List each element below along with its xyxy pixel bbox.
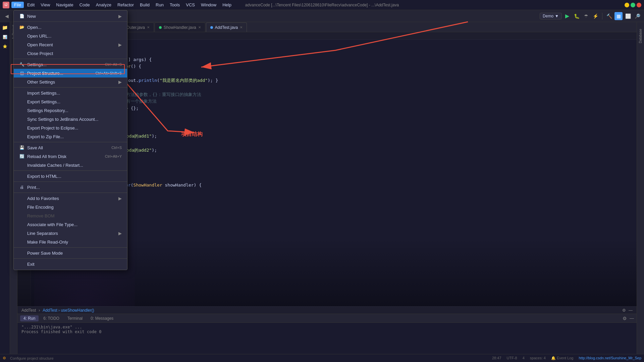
build-button[interactable]: 🔨: [605, 12, 613, 20]
menu-item-import-settings[interactable]: Import Settings...: [14, 89, 127, 97]
menu-item-new[interactable]: 📄 New ▶: [14, 12, 127, 20]
menu-navigate[interactable]: Navigate: [53, 2, 76, 8]
menu-vcs[interactable]: VCS: [183, 2, 198, 8]
clock-icon: [19, 42, 24, 47]
menu-item-power-save[interactable]: Power Save Mode: [14, 249, 127, 257]
nav-method: AddTest › useShowHandler(): [43, 308, 94, 313]
menu-refactor[interactable]: Refactor: [115, 2, 137, 8]
import-icon: [19, 90, 24, 96]
menu-item-associate-file-type[interactable]: Associate with File Type...: [14, 220, 127, 229]
search-everywhere-button[interactable]: 🔎: [633, 12, 641, 20]
left-sidebar: 📁 📊 ⭐: [0, 22, 10, 354]
tab-showhandler[interactable]: ShowHandler.java ✕: [155, 22, 205, 32]
menu-item-export-html[interactable]: Export to HTML...: [14, 172, 127, 180]
tab-close-button[interactable]: ✕: [198, 25, 201, 29]
folder-open-icon: 📂: [19, 24, 24, 30]
sidebar-project-icon[interactable]: 📁: [1, 23, 9, 32]
menu-item-label: Open URL...: [27, 34, 51, 39]
menu-item-export-eclipse[interactable]: Export Project to Eclipse...: [14, 123, 127, 132]
menu-item-settings-repo[interactable]: Settings Repository...: [14, 106, 127, 115]
settings-icon: [19, 79, 24, 85]
toolbar-separator-3: [602, 13, 602, 19]
back-button[interactable]: ◀: [3, 12, 11, 20]
menu-item-close-project[interactable]: Close Project: [14, 49, 127, 58]
menu-item-reload[interactable]: 🔄 Reload All from Disk Ctrl+Alt+Y: [14, 152, 127, 161]
menu-item-open[interactable]: 📂 Open...: [14, 23, 127, 32]
menu-tools[interactable]: Tools: [167, 2, 182, 8]
exit-icon: [19, 261, 24, 267]
bottom-tab-todo[interactable]: 6: TODO: [40, 315, 63, 321]
repo-icon: [19, 108, 24, 113]
menu-item-other-settings[interactable]: Other Settings ▶: [14, 77, 127, 86]
project-structure-icon: ◫: [19, 70, 24, 76]
project-structure-toolbar-button[interactable]: ▦: [614, 12, 623, 20]
debug-button[interactable]: 🐛: [573, 12, 581, 20]
bottom-tab-terminal[interactable]: Terminal: [64, 315, 86, 321]
menu-code[interactable]: Code: [77, 2, 93, 8]
menu-item-label: Remove BOM: [27, 213, 55, 218]
close-button[interactable]: [637, 3, 641, 7]
tab-close-button[interactable]: ✕: [147, 25, 150, 29]
zip-icon: [19, 134, 24, 139]
settings-gear-icon[interactable]: ⚙: [622, 308, 626, 313]
minimize-panel-icon[interactable]: —: [629, 308, 633, 313]
bottom-tab-messages[interactable]: 0: Messages: [87, 315, 117, 321]
terminal-line-1: "...231\bin\java.exe" ...: [21, 325, 633, 329]
status-event-log[interactable]: 🔔 Event Log: [551, 356, 574, 360]
sdk-button[interactable]: ⬜: [624, 12, 632, 20]
status-configure-project[interactable]: Configure project structure: [10, 356, 54, 360]
bottom-tabs-bar: 4: Run 6: TODO Terminal 0: Messages ⚙ —: [17, 314, 637, 323]
profile-button[interactable]: ⚡: [591, 12, 599, 20]
menu-item-project-structure[interactable]: ◫ Project Structure... Ctrl+Alt+Shift+S: [14, 69, 127, 77]
menu-analyze[interactable]: Analyze: [93, 2, 114, 8]
maximize-button[interactable]: [631, 3, 635, 7]
menu-item-print[interactable]: 🖨 Print...: [14, 183, 127, 192]
menu-run[interactable]: Run: [153, 2, 166, 8]
menu-separator: [14, 170, 127, 171]
menu-build[interactable]: Build: [137, 2, 152, 8]
bottom-tab-run[interactable]: 4: Run: [20, 315, 39, 321]
menu-item-save-all[interactable]: 💾 Save All Ctrl+S: [14, 143, 127, 152]
status-encoding[interactable]: UTF-8: [507, 356, 517, 360]
menu-window[interactable]: Window: [198, 2, 219, 8]
run-config-selector[interactable]: Demo ▼: [540, 13, 562, 19]
menu-item-add-favorites[interactable]: Add to Favorites ▶: [14, 194, 127, 203]
sidebar-structure-icon[interactable]: 📊: [1, 33, 9, 41]
menu-item-export-zip[interactable]: Export to Zip File...: [14, 132, 127, 141]
menu-item-open-url[interactable]: Open URL...: [14, 32, 127, 40]
run-button[interactable]: ▶: [563, 12, 571, 20]
menu-separator: [14, 87, 127, 88]
menu-item-invalidate-caches[interactable]: Invalidate Caches / Restart...: [14, 161, 127, 169]
menu-help[interactable]: Help: [220, 2, 234, 8]
wrench-icon: 🔧: [19, 62, 24, 67]
sidebar-favorites-icon[interactable]: ⭐: [1, 42, 9, 50]
minimize-button[interactable]: [625, 3, 629, 7]
tab-addtest[interactable]: AddTest.java ✕: [206, 22, 247, 32]
status-url[interactable]: http://blog.csdn.net/Sunshine_Mr_Sep: [579, 356, 641, 360]
menu-item-settings[interactable]: 🔧 Settings... Ctrl+Alt+S: [14, 60, 127, 69]
menu-item-make-readonly[interactable]: Make File Read-Only: [14, 238, 127, 246]
menu-item-label: Project Structure...: [27, 71, 63, 76]
status-spaces[interactable]: spaces: 4: [530, 356, 546, 360]
right-panel-database-label[interactable]: Database: [639, 29, 642, 43]
status-gear-icon[interactable]: ⚙: [3, 356, 6, 360]
nav-class: AddTest: [21, 308, 36, 313]
bottom-panel-minimize-icon[interactable]: —: [630, 316, 634, 321]
menu-view[interactable]: View: [38, 2, 53, 8]
bottom-panel-settings-icon[interactable]: ⚙: [623, 316, 627, 321]
export-icon: [19, 99, 24, 104]
menu-file[interactable]: File: [11, 2, 24, 8]
tab-close-button[interactable]: ✕: [240, 25, 243, 29]
file-dropdown-menu: 📄 New ▶ 📂 Open... Open URL... Open Recen…: [13, 10, 127, 270]
menu-item-open-recent[interactable]: Open Recent ▶: [14, 40, 127, 49]
menu-item-sync-settings[interactable]: Sync Settings to JetBrains Account...: [14, 115, 127, 123]
menu-separator: [14, 182, 127, 182]
app-logo: IJ: [3, 2, 9, 8]
menu-item-export-settings[interactable]: Export Settings...: [14, 97, 127, 106]
menu-item-label: File Encoding: [27, 205, 54, 210]
menu-item-exit[interactable]: Exit: [14, 260, 127, 268]
menu-edit[interactable]: Edit: [24, 2, 37, 8]
coverage-button[interactable]: ☂: [582, 12, 590, 20]
menu-item-file-encoding[interactable]: File Encoding: [14, 203, 127, 211]
menu-item-line-separators[interactable]: Line Separators ▶: [14, 229, 127, 238]
